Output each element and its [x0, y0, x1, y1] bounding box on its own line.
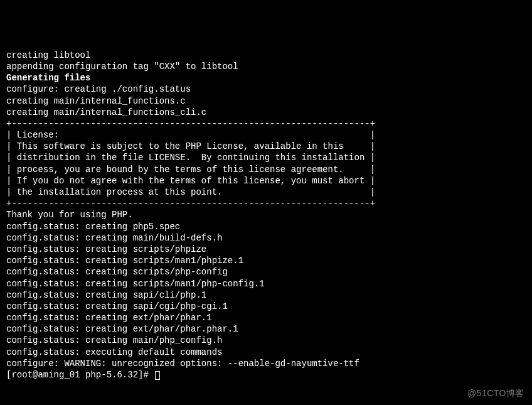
cursor-icon [155, 371, 160, 380]
config-status-line: config.status: executing default command… [6, 347, 526, 358]
section-heading: Generating files [6, 72, 526, 84]
license-line: | distribution in the file LICENSE. By c… [6, 152, 526, 163]
thank-you-line: Thank you for using PHP. [6, 209, 526, 220]
terminal-output: creating libtoolappending configuration … [6, 50, 526, 381]
license-line: | the installation process at this point… [6, 186, 526, 198]
config-status-line: config.status: creating main/build-defs.… [6, 232, 526, 244]
config-status-line: config.status: creating scripts/phpize [6, 244, 526, 255]
license-line: | License: | [6, 129, 526, 141]
terminal-line: creating main/internal_functions_cli.c [6, 107, 526, 118]
terminal-line: creating libtool [6, 50, 526, 61]
config-status-line: config.status: creating ext/phar/phar.1 [6, 312, 526, 323]
config-status-line: config.status: creating scripts/php-conf… [6, 266, 526, 278]
watermark: @51CTO博客 [467, 387, 524, 399]
config-status-line: config.status: creating main/php_config.… [6, 335, 526, 346]
license-line: | If you do not agree with the terms of … [6, 175, 526, 186]
terminal-line: creating main/internal_functions.c [6, 95, 526, 107]
config-status-line: config.status: creating scripts/man1/php… [6, 255, 526, 266]
license-line: | This software is subject to the PHP Li… [6, 141, 526, 152]
shell-prompt[interactable]: [root@aming_01 php-5.6.32]# [6, 369, 526, 381]
terminal-line: appending configuration tag "CXX" to lib… [6, 61, 526, 72]
config-status-line: config.status: creating ext/phar/phar.ph… [6, 323, 526, 335]
license-border: +---------------------------------------… [6, 198, 526, 209]
config-status-line: config.status: creating php5.spec [6, 221, 526, 232]
license-border: +---------------------------------------… [6, 118, 526, 129]
config-status-line: configure: WARNING: unrecognized options… [6, 358, 526, 369]
license-line: | process, you are bound by the terms of… [6, 164, 526, 175]
config-status-line: config.status: creating scripts/man1/php… [6, 278, 526, 289]
prompt-text: [root@aming_01 php-5.6.32]# [6, 370, 154, 380]
config-status-line: config.status: creating sapi/cli/php.1 [6, 289, 526, 301]
config-status-line: config.status: creating sapi/cgi/php-cgi… [6, 301, 526, 312]
terminal-line: configure: creating ./config.status [6, 84, 526, 95]
